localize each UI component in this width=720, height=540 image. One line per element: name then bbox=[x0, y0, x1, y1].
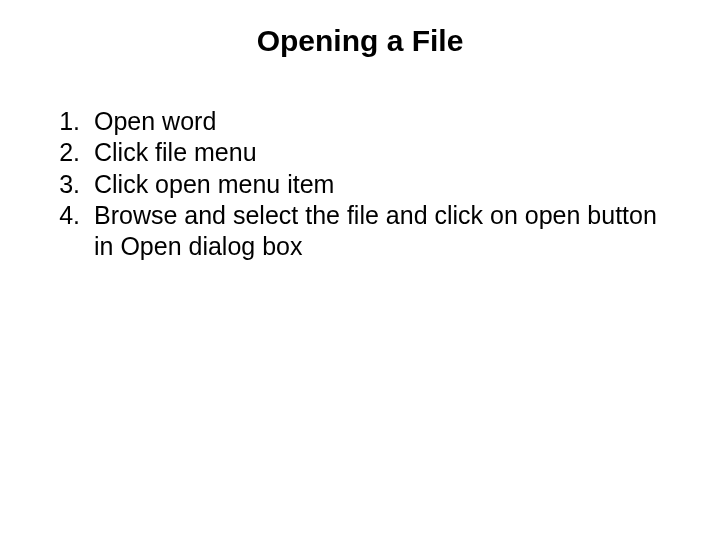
page-title: Opening a File bbox=[50, 24, 670, 58]
list-item: 4. Browse and select the file and click … bbox=[50, 200, 670, 263]
step-text: Open word bbox=[94, 106, 670, 137]
list-item: 2. Click file menu bbox=[50, 137, 670, 168]
list-item: 1. Open word bbox=[50, 106, 670, 137]
step-number: 2. bbox=[50, 137, 94, 168]
step-number: 4. bbox=[50, 200, 94, 263]
list-item: 3. Click open menu item bbox=[50, 169, 670, 200]
step-text: Browse and select the file and click on … bbox=[94, 200, 670, 263]
slide: Opening a File 1. Open word 2. Click fil… bbox=[0, 0, 720, 540]
step-number: 1. bbox=[50, 106, 94, 137]
step-text: Click file menu bbox=[94, 137, 670, 168]
step-number: 3. bbox=[50, 169, 94, 200]
step-text: Click open menu item bbox=[94, 169, 670, 200]
steps-list: 1. Open word 2. Click file menu 3. Click… bbox=[50, 106, 670, 262]
